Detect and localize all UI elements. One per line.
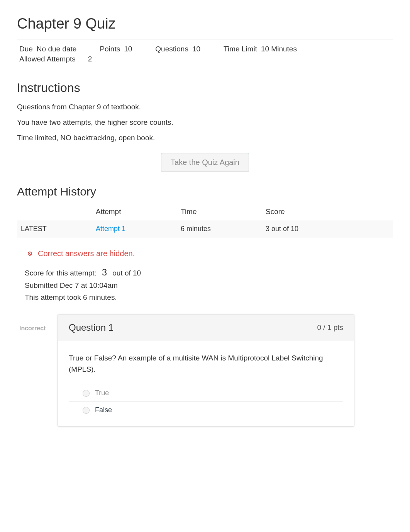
attempt-history-heading: Attempt History — [17, 185, 393, 198]
instruction-line: Questions from Chapter 9 of textbook. — [17, 103, 393, 111]
meta-questions-label: Questions — [155, 45, 188, 53]
meta-time-limit-value: 10 Minutes — [261, 45, 297, 53]
attempt-link[interactable]: Attempt 1 — [96, 225, 125, 233]
score-value: 3 — [102, 265, 107, 280]
instruction-line: You have two attempts, the higher score … — [17, 118, 393, 127]
radio-icon — [83, 390, 90, 397]
muted-icon: 🛇 — [27, 251, 32, 257]
instructions-heading: Instructions — [17, 81, 393, 95]
meta-attempts-value: 2 — [88, 55, 92, 63]
quiz-meta-bar: Due No due date Points 10 Questions 10 T… — [17, 39, 393, 69]
meta-points: Points 10 — [100, 45, 132, 53]
score-label: Score for this attempt: — [25, 267, 97, 279]
attempt-history-table: Attempt Time Score LATEST Attempt 1 6 mi… — [17, 204, 393, 238]
history-col-time: Time — [179, 204, 264, 220]
history-col-attempt: Attempt — [94, 204, 179, 220]
meta-attempts: Allowed Attempts 2 — [19, 55, 92, 63]
question-points: 0 / 1 pts — [317, 323, 343, 332]
submitted-time: Submitted Dec 7 at 10:04am — [25, 280, 393, 291]
answer-option: True — [69, 385, 343, 402]
question-text: True or False? An example of a multisite… — [69, 353, 343, 375]
score-summary: Score for this attempt: 3 out of 10 Subm… — [25, 265, 393, 303]
take-quiz-again-button[interactable]: Take the Quiz Again — [161, 153, 249, 172]
meta-questions-value: 10 — [192, 45, 200, 53]
meta-points-value: 10 — [124, 45, 132, 53]
attempt-duration: This attempt took 6 minutes. — [25, 292, 393, 303]
history-time: 6 minutes — [179, 220, 264, 238]
score-suffix: out of 10 — [112, 267, 141, 279]
history-col-score: Score — [264, 204, 393, 220]
meta-due-label: Due — [19, 45, 33, 53]
question-title: Question 1 — [69, 322, 114, 333]
radio-icon — [83, 407, 90, 414]
meta-time-limit-label: Time Limit — [224, 45, 257, 53]
question-header: Question 1 0 / 1 pts — [58, 314, 354, 341]
meta-questions: Questions 10 — [155, 45, 200, 53]
page-title: Chapter 9 Quiz — [17, 15, 393, 32]
answer-option: False — [69, 402, 343, 418]
meta-attempts-label: Allowed Attempts — [19, 55, 76, 63]
meta-time-limit: Time Limit 10 Minutes — [224, 45, 297, 53]
history-score: 3 out of 10 — [264, 220, 393, 238]
instruction-line: Time limited, NO backtracking, open book… — [17, 134, 393, 142]
meta-due: Due No due date — [19, 45, 76, 53]
table-row: LATEST Attempt 1 6 minutes 3 out of 10 — [17, 220, 393, 238]
meta-points-label: Points — [100, 45, 120, 53]
history-status: LATEST — [17, 220, 94, 238]
hidden-answers-notice: 🛇 Correct answers are hidden. — [27, 249, 393, 258]
hidden-answers-text: Correct answers are hidden. — [38, 249, 135, 258]
question-card: Question 1 0 / 1 pts True or False? An e… — [58, 314, 354, 427]
answer-label: False — [95, 406, 112, 414]
meta-due-value: No due date — [37, 45, 77, 53]
history-col-status — [17, 204, 94, 220]
answer-label: True — [95, 389, 109, 397]
incorrect-badge: Incorrect — [17, 314, 58, 332]
